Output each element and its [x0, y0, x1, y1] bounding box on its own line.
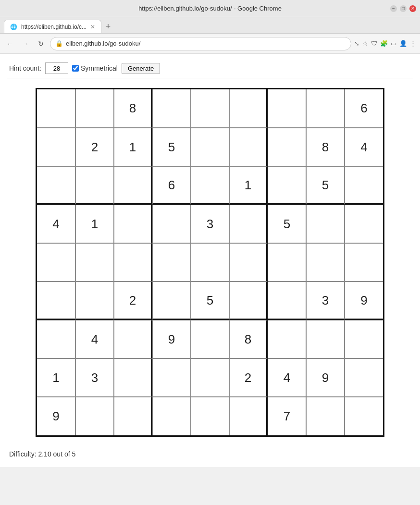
cell-r7-c8[interactable] — [306, 320, 345, 358]
cell-r6-c3[interactable]: 2 — [114, 282, 152, 320]
cell-r8-c5[interactable] — [191, 358, 229, 397]
cell-r4-c6[interactable] — [229, 205, 268, 243]
cell-r8-c1[interactable]: 1 — [37, 358, 75, 397]
cell-r9-c8[interactable] — [306, 397, 345, 435]
cell-r1-c4[interactable] — [152, 89, 191, 128]
cell-r7-c9[interactable] — [345, 320, 383, 358]
new-tab-button[interactable]: + — [101, 20, 115, 33]
cell-r6-c2[interactable] — [75, 282, 114, 320]
cell-r8-c7[interactable]: 4 — [268, 358, 306, 397]
cell-r9-c3[interactable] — [114, 397, 152, 435]
bookmark-icon[interactable]: ☆ — [362, 40, 368, 47]
cell-r7-c2[interactable]: 4 — [75, 320, 114, 358]
menu-icon[interactable]: ⋮ — [410, 40, 416, 47]
cell-r6-c9[interactable]: 9 — [345, 282, 383, 320]
cell-r3-c4[interactable]: 6 — [152, 166, 191, 205]
cell-r9-c5[interactable] — [191, 397, 229, 435]
cell-r2-c8[interactable]: 8 — [306, 128, 345, 166]
cell-r4-c4[interactable] — [152, 205, 191, 243]
cell-r1-c9[interactable]: 6 — [345, 89, 383, 128]
cell-r2-c1[interactable] — [37, 128, 75, 166]
cell-r6-c5[interactable]: 5 — [191, 282, 229, 320]
cell-r3-c2[interactable] — [75, 166, 114, 205]
cell-r7-c1[interactable] — [37, 320, 75, 358]
cell-r4-c3[interactable] — [114, 205, 152, 243]
cell-r6-c1[interactable] — [37, 282, 75, 320]
cell-r9-c6[interactable] — [229, 397, 268, 435]
maximize-button[interactable]: □ — [400, 5, 407, 12]
cell-r8-c8[interactable]: 9 — [306, 358, 345, 397]
profile-icon[interactable]: 👤 — [399, 40, 407, 47]
cell-r4-c8[interactable] — [306, 205, 345, 243]
cell-r3-c3[interactable] — [114, 166, 152, 205]
cell-r5-c8[interactable] — [306, 243, 345, 282]
reading-mode-icon[interactable]: ▭ — [391, 40, 396, 47]
cell-r5-c4[interactable] — [152, 243, 191, 282]
generate-button[interactable]: Generate — [122, 63, 160, 74]
cell-r8-c3[interactable] — [114, 358, 152, 397]
cell-r2-c6[interactable] — [229, 128, 268, 166]
cell-r9-c1[interactable]: 9 — [37, 397, 75, 435]
reload-button[interactable]: ↻ — [35, 37, 47, 50]
cell-r2-c5[interactable] — [191, 128, 229, 166]
cell-r1-c6[interactable] — [229, 89, 268, 128]
cell-r9-c4[interactable] — [152, 397, 191, 435]
minimize-button[interactable]: − — [390, 5, 397, 12]
cell-r1-c3[interactable]: 8 — [114, 89, 152, 128]
cell-r8-c2[interactable]: 3 — [75, 358, 114, 397]
cell-r5-c9[interactable] — [345, 243, 383, 282]
cell-r5-c5[interactable] — [191, 243, 229, 282]
cell-r1-c8[interactable] — [306, 89, 345, 128]
extensions-icon[interactable]: 🧩 — [380, 40, 388, 47]
cell-r3-c5[interactable] — [191, 166, 229, 205]
address-bar[interactable]: 🔒 eliben.github.io/go-sudoku/ — [50, 37, 351, 50]
cell-r2-c9[interactable]: 4 — [345, 128, 383, 166]
cell-r2-c3[interactable]: 1 — [114, 128, 152, 166]
cell-r4-c5[interactable]: 3 — [191, 205, 229, 243]
cell-r5-c3[interactable] — [114, 243, 152, 282]
cell-r8-c9[interactable] — [345, 358, 383, 397]
cell-r8-c6[interactable]: 2 — [229, 358, 268, 397]
cell-r7-c7[interactable] — [268, 320, 306, 358]
cell-r5-c6[interactable] — [229, 243, 268, 282]
cell-r3-c8[interactable]: 5 — [306, 166, 345, 205]
cell-r5-c2[interactable] — [75, 243, 114, 282]
cell-r9-c2[interactable] — [75, 397, 114, 435]
close-button[interactable]: ✕ — [409, 5, 416, 12]
cell-r1-c7[interactable] — [268, 89, 306, 128]
cell-r7-c3[interactable] — [114, 320, 152, 358]
cell-r4-c9[interactable] — [345, 205, 383, 243]
cell-r3-c6[interactable]: 1 — [229, 166, 268, 205]
cell-r4-c7[interactable]: 5 — [268, 205, 306, 243]
cell-r3-c1[interactable] — [37, 166, 75, 205]
cell-r6-c4[interactable] — [152, 282, 191, 320]
cell-r5-c1[interactable] — [37, 243, 75, 282]
cell-r1-c5[interactable] — [191, 89, 229, 128]
cell-r6-c8[interactable]: 3 — [306, 282, 345, 320]
cell-r3-c9[interactable] — [345, 166, 383, 205]
tab-close-button[interactable]: ✕ — [90, 24, 95, 30]
cell-r1-c1[interactable] — [37, 89, 75, 128]
hint-count-input[interactable] — [45, 62, 68, 74]
cell-r9-c7[interactable]: 7 — [268, 397, 306, 435]
cell-r7-c5[interactable] — [191, 320, 229, 358]
share-icon[interactable]: ⤡ — [354, 40, 359, 47]
cell-r2-c2[interactable]: 2 — [75, 128, 114, 166]
shield-icon[interactable]: 🛡 — [371, 40, 377, 47]
cell-r1-c2[interactable] — [75, 89, 114, 128]
symmetrical-checkbox[interactable] — [72, 65, 79, 72]
cell-r3-c7[interactable] — [268, 166, 306, 205]
back-button[interactable]: ← — [4, 37, 16, 50]
cell-r4-c1[interactable]: 4 — [37, 205, 75, 243]
cell-r9-c9[interactable] — [345, 397, 383, 435]
active-tab[interactable]: 🌐 https://eliben.github.io/c... ✕ — [4, 20, 101, 33]
cell-r2-c4[interactable]: 5 — [152, 128, 191, 166]
cell-r7-c6[interactable]: 8 — [229, 320, 268, 358]
cell-r6-c6[interactable] — [229, 282, 268, 320]
cell-r6-c7[interactable] — [268, 282, 306, 320]
cell-r5-c7[interactable] — [268, 243, 306, 282]
cell-r2-c7[interactable] — [268, 128, 306, 166]
cell-r4-c2[interactable]: 1 — [75, 205, 114, 243]
forward-button[interactable]: → — [19, 37, 32, 50]
cell-r8-c4[interactable] — [152, 358, 191, 397]
